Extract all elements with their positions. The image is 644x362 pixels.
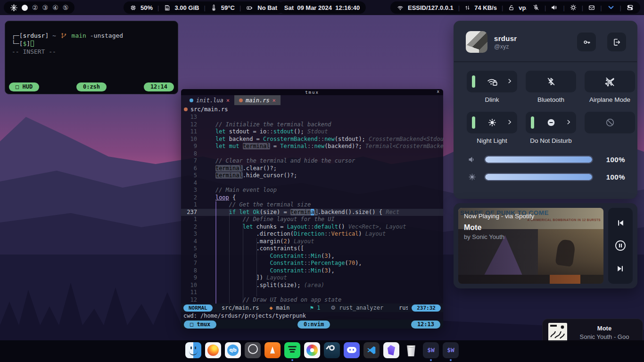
running-indicator xyxy=(252,359,254,361)
toggle-dlink[interactable] xyxy=(467,71,517,92)
tmux-window-nvim[interactable]: 0:nvim xyxy=(297,321,330,329)
toggle-night-light[interactable] xyxy=(467,112,517,133)
dock-item xyxy=(205,342,221,361)
volume-icon[interactable] xyxy=(551,4,558,11)
toggle-bluetooth[interactable] xyxy=(526,71,576,92)
now-playing-label: Now Playing - via Spotify xyxy=(464,213,600,220)
tab-close-icon[interactable]: × xyxy=(226,97,230,104)
updates-chevron-icon[interactable] xyxy=(607,4,615,11)
trash-dock-icon[interactable] xyxy=(403,342,419,358)
code-area[interactable]: 1312 // Initialize the terminal backend1… xyxy=(181,114,443,304)
separator: | xyxy=(239,4,242,11)
brightness-icon xyxy=(468,173,477,181)
code-line: 10 let backend = CrosstermBackend::new(s… xyxy=(181,136,443,143)
line-number: 12 xyxy=(181,121,202,129)
chevron-right-icon[interactable] xyxy=(506,78,513,84)
vim-mode-indicator: NORMAL xyxy=(183,304,213,312)
password-key-button[interactable] xyxy=(577,33,596,51)
line-number: 1 xyxy=(181,216,202,223)
settings-gear-icon[interactable] xyxy=(570,4,577,11)
sun-icon xyxy=(487,117,497,128)
sw-terminal-1-dock-icon[interactable]: $W xyxy=(423,342,439,358)
chevron-right-icon[interactable] xyxy=(565,119,572,125)
scope-guide xyxy=(215,201,216,304)
terminal-tmux-bar: □ HUD 0:zsh 12:14 xyxy=(9,82,174,91)
tab-close-icon[interactable]: × xyxy=(272,97,276,104)
slider-fill xyxy=(485,156,592,163)
dock-item xyxy=(185,342,201,361)
quick-settings-icon[interactable] xyxy=(626,4,634,11)
code-line: 3 .direction(Direction::Vertical) Layout xyxy=(181,230,443,238)
photos-dock-icon[interactable] xyxy=(304,342,320,358)
now-playing-overlay: Now Playing - via Spotify Mote by Sonic … xyxy=(464,213,600,240)
line-number: 4 xyxy=(181,180,202,187)
brightness-slider[interactable] xyxy=(484,173,593,181)
toggle-blocked[interactable] xyxy=(585,112,635,133)
mail-tray-icon[interactable] xyxy=(588,4,595,11)
workspace-5[interactable]: ⑤ xyxy=(63,4,69,11)
vlc-dock-icon[interactable] xyxy=(264,342,281,358)
toggle-airplane-mode[interactable] xyxy=(585,71,635,92)
tmux-session-hud[interactable]: □ HUD xyxy=(9,82,39,91)
toggle-label: Do Not Disturb xyxy=(530,137,572,145)
pause-button[interactable] xyxy=(614,239,627,252)
obsidian-dock-icon[interactable] xyxy=(383,342,399,358)
separator: | xyxy=(203,4,206,11)
clock-text: Sat 09 Mar 2024 12:16:40 xyxy=(284,4,360,11)
tmux-window-zsh[interactable]: 0:zsh xyxy=(76,82,107,91)
line-text: Constraint::Min(3), xyxy=(202,253,335,260)
volume-icon xyxy=(468,155,477,164)
indent-guide xyxy=(256,238,257,296)
mic-muted-icon[interactable] xyxy=(532,4,540,11)
workspace-3[interactable]: ③ xyxy=(42,4,49,11)
bluetooth-off-icon xyxy=(546,76,556,87)
volume-slider[interactable] xyxy=(484,156,593,164)
tmux-clock: 12:14 xyxy=(144,82,174,91)
workspace-4[interactable]: ④ xyxy=(52,4,58,11)
code-line: 1 // Define layout for the UI xyxy=(181,216,443,223)
clock-module[interactable]: Sat 09 Mar 2024 12:16:40 xyxy=(278,1,366,14)
airplane-off-icon xyxy=(604,76,615,87)
network-module[interactable]: ESSID/127.0.0.1 | 74 KB/s | vpn xyxy=(390,1,536,14)
line-number: 2 xyxy=(181,194,202,202)
discord-dock-icon[interactable] xyxy=(344,342,360,358)
tab-init.lua[interactable]: init.lua× xyxy=(185,95,234,105)
qbittorrent-dock-icon[interactable]: qb xyxy=(225,342,241,358)
separator: | xyxy=(544,4,547,11)
network-speed-icon xyxy=(464,4,471,11)
sliders-section: 100%100% xyxy=(454,148,637,186)
vscode-dock-icon[interactable] xyxy=(363,342,380,358)
file-manager-dock-icon[interactable] xyxy=(185,342,201,358)
tab-label: main.rs xyxy=(246,97,270,104)
line-number: 4 xyxy=(181,238,202,246)
media-player-card: SHAPE OF PUNK TO COME A CHIMERICAL BOMBI… xyxy=(454,203,637,288)
workspace-module: ②③④⑤ xyxy=(4,1,74,14)
running-indicator xyxy=(232,359,234,361)
line-number: 3 xyxy=(181,230,202,238)
previous-track-button[interactable] xyxy=(616,218,625,228)
brightness-slider-row: 100% xyxy=(468,168,625,186)
terminal-line: -- INSERT -- xyxy=(12,48,171,56)
line-text: // Initialize the terminal backend xyxy=(202,121,331,129)
minus-circle-icon xyxy=(546,117,556,128)
toggle-do-not-disturb[interactable] xyxy=(526,112,576,133)
code-line: 11 let stdout = io::stdout(); Stdout xyxy=(181,128,443,136)
workspace-2[interactable]: ② xyxy=(32,4,38,11)
steam-dock-icon[interactable] xyxy=(324,342,340,358)
next-track-button[interactable] xyxy=(616,264,625,273)
line-number: 8 xyxy=(181,150,202,158)
key-icon xyxy=(582,38,591,47)
logout-button[interactable] xyxy=(607,33,626,51)
tmux-session-button[interactable]: □ tmux xyxy=(184,321,216,329)
obs-dock-icon[interactable] xyxy=(245,342,261,358)
firefox-dock-icon[interactable] xyxy=(205,342,221,358)
tab-main.rs[interactable]: main.rs× xyxy=(234,95,281,105)
window-close-button[interactable]: x xyxy=(437,89,439,94)
separator: | xyxy=(457,4,461,11)
code-line: 7 // Clear the terminal and hide the cur… xyxy=(181,157,443,165)
sw-terminal-2-dock-icon[interactable]: $W xyxy=(443,342,459,358)
workspace-active[interactable] xyxy=(22,5,28,11)
spotify-dock-icon[interactable] xyxy=(284,342,300,358)
chevron-right-icon[interactable] xyxy=(506,119,513,125)
workspace-list[interactable]: ②③④⑤ xyxy=(22,4,68,11)
